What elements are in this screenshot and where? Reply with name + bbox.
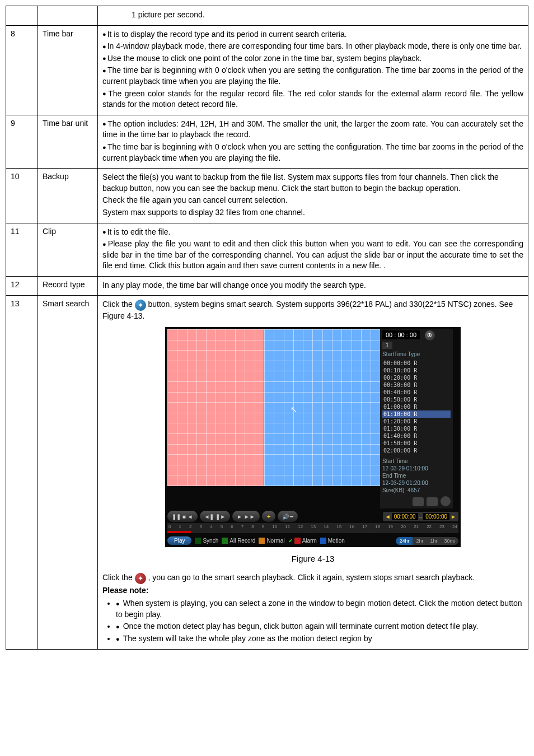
label-record-type: Record type — [38, 276, 98, 296]
ruler-tick: 24 — [452, 524, 457, 533]
step-back-button[interactable]: ◄❚ ❚► — [200, 511, 231, 522]
file-info: Start Time 12-03-29 01:10:00 End Time 12… — [382, 458, 451, 494]
file-list-item[interactable]: 00:10:00 R — [382, 367, 451, 374]
ruler-tick: 16 — [349, 524, 354, 533]
intro-b: button, system begins smart search. Syst… — [102, 300, 513, 320]
figure-caption: Figure 4-13 — [102, 554, 523, 563]
file-list-item[interactable]: 01:10:00 R — [382, 410, 451, 418]
file-list[interactable]: 00:00:00 R00:10:00 R00:20:00 R00:30:00 R… — [382, 360, 451, 454]
click2-a: Click the — [102, 573, 133, 582]
file-list-item[interactable]: 01:30:00 R — [382, 425, 451, 432]
start-time-label: Start Time — [382, 458, 451, 465]
file-list-panel: 00 : 00 : 00 ⦿ 1 StartTime Type 00:00:00… — [380, 329, 453, 508]
ruler-tick: 8 — [251, 524, 254, 533]
end-time-label: End Time — [382, 472, 451, 479]
cell-pps: 1 picture per second. — [98, 6, 528, 26]
ruler-tick: 20 — [401, 524, 406, 533]
label-smart-search: Smart search — [38, 296, 98, 649]
readout-b: 00:00:00 — [423, 513, 449, 520]
click2-b: , you can go to the smart search playbac… — [148, 573, 475, 582]
p: Check the file again you can cancel curr… — [102, 195, 523, 206]
alarm-check[interactable]: ✔Alarm — [288, 538, 317, 544]
volume-button[interactable]: 🔊 ━ — [278, 511, 298, 522]
normal-check[interactable]: Normal — [259, 538, 284, 544]
please-note-label: Please note: — [102, 585, 523, 596]
p: The time bar is beginning with 0 o'clock… — [102, 65, 523, 87]
backup-icon[interactable] — [413, 497, 424, 506]
p: Please play the file you want to edit an… — [102, 239, 523, 272]
p: In 4-window playback mode, there are cor… — [102, 41, 523, 52]
figure-4-13: ↖ 00 : 00 : 00 ⦿ 1 StartTime Type 00:00:… — [102, 327, 523, 547]
motion-check[interactable]: Motion — [320, 538, 345, 544]
back-icon[interactable] — [441, 496, 451, 506]
p: In any play mode, the time bar will chan… — [102, 280, 523, 291]
ruler-tick: 5 — [221, 524, 223, 533]
ruler-tick: 3 — [200, 524, 202, 533]
zoom-option[interactable]: 2hr — [413, 537, 427, 545]
file-list-item[interactable]: 01:50:00 R — [382, 440, 451, 447]
step-fwd-button[interactable]: ► ►► — [232, 511, 259, 522]
num-10: 10 — [6, 169, 38, 223]
note-3: The system will take the whole play zone… — [116, 633, 523, 645]
file-list-item[interactable]: 01:40:00 R — [382, 432, 451, 440]
p: Select the file(s) you want to backup fr… — [102, 172, 523, 194]
size-value: 4657 — [407, 487, 420, 493]
zoom-option[interactable]: 24hr — [396, 537, 413, 545]
all-record-check[interactable]: All Record — [222, 538, 255, 544]
desc-backup: Select the file(s) you want to backup fr… — [98, 169, 528, 223]
list-header: StartTime Type — [382, 351, 451, 357]
zoom-option[interactable]: 30mi — [441, 537, 458, 545]
click-line-2: Click the , you can go to the smart sear… — [102, 572, 523, 584]
time-ruler[interactable]: 0123456789101112131415161718192021222324 — [167, 523, 458, 533]
pause-button[interactable]: ❚❚ ■ ◄ — [167, 511, 198, 522]
intro-line: Click the button, system begins smart se… — [102, 299, 523, 321]
ruler-tick: 18 — [375, 524, 380, 533]
p: The green color stands for the regular r… — [102, 88, 523, 110]
ruler-tick: 6 — [231, 524, 233, 533]
file-list-item[interactable]: 00:20:00 R — [382, 374, 451, 381]
motion-detect-grid[interactable]: ↖ — [167, 329, 380, 486]
smart-search-icon — [135, 300, 146, 311]
smart-search-button[interactable]: ✦ — [262, 511, 275, 522]
file-list-item[interactable]: 00:50:00 R — [382, 396, 451, 403]
clip-icon[interactable] — [427, 497, 438, 506]
p: Use the mouse to click one point of the … — [102, 53, 523, 64]
p: The option includes: 24H, 12H, 1H and 30… — [102, 119, 523, 141]
ruler-tick: 13 — [311, 524, 316, 533]
desc-smart-search: Click the button, system begins smart se… — [98, 296, 528, 649]
playback-controls: ❚❚ ■ ◄ ◄❚ ❚► ► ►► ✦ 🔊 ━ ◄ 00:00:00 – 00:… — [167, 511, 458, 522]
ruler-tick: 9 — [262, 524, 264, 533]
file-list-item[interactable]: 02:00:00 R — [382, 447, 451, 454]
zoom-option[interactable]: 1hr — [427, 537, 441, 545]
desc-time-bar-unit: The option includes: 24H, 12H, 1H and 30… — [98, 115, 528, 168]
row-time-bar-unit: 9 Time bar unit The option includes: 24H… — [6, 115, 528, 168]
size-label: Size(KB) — [382, 487, 404, 493]
file-list-item[interactable]: 00:30:00 R — [382, 381, 451, 389]
p: The time bar is beginning with 0 o'clock… — [102, 142, 523, 164]
cell-blank-label — [38, 6, 98, 26]
readout-a: 00:00:00 — [392, 513, 418, 520]
ruler-tick: 17 — [362, 524, 367, 533]
file-list-item[interactable]: 00:40:00 R — [382, 389, 451, 396]
cell-blank-num — [6, 6, 38, 26]
camera-icon[interactable]: ⦿ — [425, 330, 435, 340]
end-time-value: 12-03-29 01:20:00 — [382, 479, 451, 487]
smart-search-stop-icon — [135, 573, 146, 584]
desc-time-bar: It is to display the record type and its… — [98, 25, 528, 115]
file-list-item[interactable]: 01:00:00 R — [382, 403, 451, 410]
row-record-type: 12 Record type In any play mode, the tim… — [6, 276, 528, 296]
text-pps: 1 picture per second. — [132, 10, 523, 21]
file-list-item[interactable]: 01:20:00 R — [382, 418, 451, 425]
channel-selector[interactable]: 1 — [382, 342, 392, 349]
synch-check[interactable]: Synch — [195, 538, 218, 544]
file-list-item[interactable]: 00:00:00 R — [382, 360, 451, 367]
start-time-value: 12-03-29 01:10:00 — [382, 465, 451, 472]
ruler-tick: 21 — [414, 524, 419, 533]
p: It is to edit the file. — [102, 227, 523, 238]
zoom-strip[interactable]: 24hr2hr1hr30mi — [396, 537, 458, 545]
bottom-bar: Play Synch All Record Normal ✔Alarm Moti… — [167, 536, 458, 545]
p: System max supports to display 32 files … — [102, 207, 523, 218]
ruler-tick: 12 — [298, 524, 303, 533]
num-9: 9 — [6, 115, 38, 168]
play-button[interactable]: Play — [167, 536, 191, 545]
